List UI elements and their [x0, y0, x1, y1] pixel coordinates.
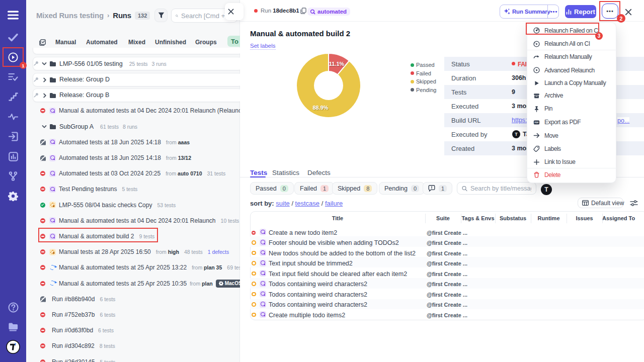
svg-text:PDF: PDF [535, 121, 539, 124]
svg-text:11.1%: 11.1% [329, 61, 345, 67]
svg-text:88.9%: 88.9% [312, 105, 328, 111]
